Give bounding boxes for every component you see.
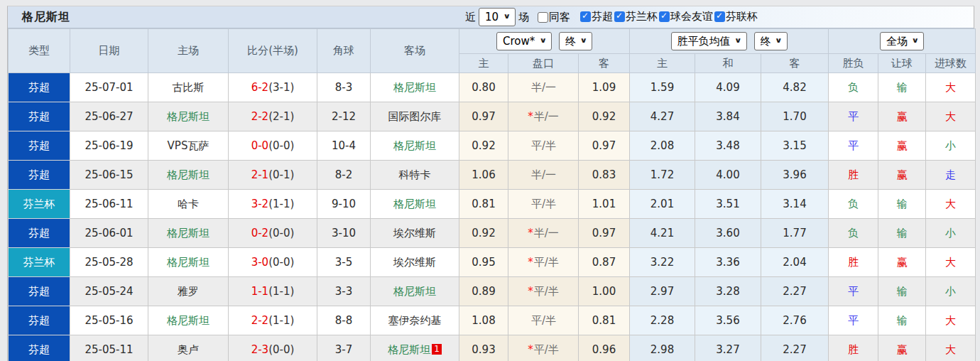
league-filter: 芬兰杯 [614, 10, 658, 23]
goals-result-cell: 小 [926, 131, 976, 161]
league-type-cell: 芬超 [9, 335, 70, 361]
avg-win-cell: 4.27 [630, 102, 695, 131]
away-team-cell: 格尼斯坦1 [371, 335, 459, 361]
match-row: 芬超25-05-11奥卢2-3(0-0)3-7格尼斯坦10.93*平/半0.96… [9, 335, 976, 361]
outcome-cell: 负 [829, 219, 878, 248]
home-team-cell: 奥卢 [148, 335, 229, 361]
scope-select[interactable]: 全场 [880, 32, 924, 50]
league-type-cell: 芬超 [9, 277, 70, 306]
date-cell: 25-06-11 [70, 190, 148, 219]
odds-away-cell: 1.00 [579, 277, 630, 306]
recent-count-select[interactable]: 10 [479, 8, 516, 26]
outcome-cell: 负 [829, 73, 878, 102]
odds-company-select-wrap: Crow* [496, 32, 552, 50]
match-row: 芬超25-05-24雅罗1-1(1-1)3-3格尼斯坦0.89*平/半1.002… [9, 277, 976, 306]
league-label: 芬联杯 [726, 10, 758, 23]
league-checkbox[interactable] [714, 11, 725, 22]
handicap-result-cell: 赢 [878, 248, 926, 277]
date-cell: 25-05-28 [70, 248, 148, 277]
odds-time-select[interactable]: 终 [559, 32, 592, 50]
outcome-cell: 平 [829, 102, 878, 131]
avg-lose-cell: 4.82 [761, 73, 829, 102]
league-type-cell: 芬超 [9, 306, 70, 335]
matches-table: 类型 日期 主场 比分(半场) 角球 客场 Crow* [8, 28, 976, 361]
score-cell: 0-2(0-0) [229, 219, 317, 248]
match-row: 芬超25-07-01古比斯6-2(3-1)8-3格尼斯坦0.80半/一1.091… [9, 73, 976, 102]
away-team-name: 塞伊奈约基 [388, 314, 442, 327]
handicap-cell: *平/半 [508, 248, 579, 277]
avg-lose-cell: 2.27 [761, 335, 829, 361]
home-team-cell: 哈卡 [148, 190, 229, 219]
away-team-name: 格尼斯坦 [393, 198, 436, 210]
home-team-cell: VPS瓦萨 [148, 131, 229, 161]
panel-title: 格尼斯坦 [8, 10, 70, 25]
league-checkbox[interactable] [580, 11, 591, 22]
odds-time-select-wrap: 终 [559, 32, 592, 50]
odds-home-cell: 0.81 [459, 190, 508, 219]
odds-home-cell: 0.80 [459, 73, 508, 102]
home-team-cell: 格尼斯坦 [148, 219, 229, 248]
corners-cell: 9-10 [317, 190, 371, 219]
avg-lose-cell: 3.15 [761, 131, 829, 161]
fulltime-score: 2-2 [251, 314, 269, 327]
away-team-name: 科特卡 [399, 168, 431, 181]
home-team-cell: 格尼斯坦 [148, 306, 229, 335]
odds-company-select[interactable]: Crow* [496, 32, 552, 50]
league-checkbox[interactable] [659, 11, 670, 22]
league-checkbox[interactable] [614, 11, 625, 22]
league-type-cell: 芬兰杯 [9, 190, 70, 219]
handicap-text: 半/一 [531, 168, 556, 181]
score-cell: 2-3(0-0) [229, 335, 317, 361]
handicap-change-mark: * [528, 110, 533, 123]
handicap-cell: *半/一 [508, 102, 579, 131]
away-team-cell: 科特卡 [371, 161, 459, 190]
odds-away-cell: 0.92 [579, 102, 630, 131]
date-cell: 25-07-01 [70, 73, 148, 102]
halftime-score: (1-1) [268, 314, 294, 327]
odds-home-cell: 1.08 [459, 306, 508, 335]
fulltime-score: 3-2 [251, 198, 269, 210]
recent-label: 近 [465, 11, 476, 24]
score-cell: 6-2(3-1) [229, 73, 317, 102]
sub-header-handicap-result: 让球 [878, 54, 926, 73]
handicap-change-mark: * [528, 285, 533, 298]
avg-lose-cell: 3.96 [761, 161, 829, 190]
avg-win-cell: 1.72 [630, 161, 695, 190]
sub-header-goals: 进球数 [926, 54, 976, 73]
home-team-cell: 格尼斯坦 [148, 161, 229, 190]
league-filter: 芬联杯 [714, 10, 758, 23]
fulltime-score: 0-0 [251, 139, 269, 152]
same-away-checkbox[interactable] [538, 12, 548, 23]
outcome-cell: 胜 [829, 161, 878, 190]
goals-result-cell: 小 [926, 219, 976, 248]
halftime-score: (2-1) [268, 110, 294, 123]
live-badge: 1 [432, 344, 442, 355]
odds-away-cell: 0.97 [579, 131, 630, 161]
away-team-cell: 埃尔维斯 [371, 248, 459, 277]
avg-lose-cell: 2.27 [761, 277, 829, 306]
col-header-score: 比分(半场) [229, 29, 317, 73]
avg-time-select[interactable]: 终 [754, 32, 788, 50]
avg-win-cell: 1.59 [630, 73, 695, 102]
goals-result-cell: 小 [926, 277, 976, 306]
score-cell: 2-2(2-1) [229, 102, 317, 131]
avg-draw-cell: 4.09 [695, 73, 761, 102]
league-type-cell: 芬超 [9, 102, 70, 131]
avg-win-cell: 4.21 [630, 219, 695, 248]
outcome-cell: 平 [829, 131, 878, 161]
avg-type-select[interactable]: 胜平负均值 [671, 32, 747, 50]
odds-away-cell: 0.81 [579, 306, 630, 335]
odds-select-group: Crow* 终 [459, 29, 630, 54]
col-header-home: 主场 [148, 29, 229, 73]
avg-draw-cell: 3.28 [695, 277, 761, 306]
avg-lose-cell: 2.76 [761, 306, 829, 335]
handicap-cell: 平/半 [508, 306, 579, 335]
league-type-cell: 芬超 [9, 131, 70, 161]
odds-away-cell: 0.87 [579, 248, 630, 277]
date-cell: 25-06-27 [70, 102, 148, 131]
goals-result-cell: 大 [926, 335, 976, 361]
odds-away-cell: 0.96 [579, 335, 630, 361]
odds-home-cell: 0.95 [459, 248, 508, 277]
halftime-score: (0-0) [268, 343, 294, 356]
score-cell: 3-0(0-0) [229, 248, 317, 277]
